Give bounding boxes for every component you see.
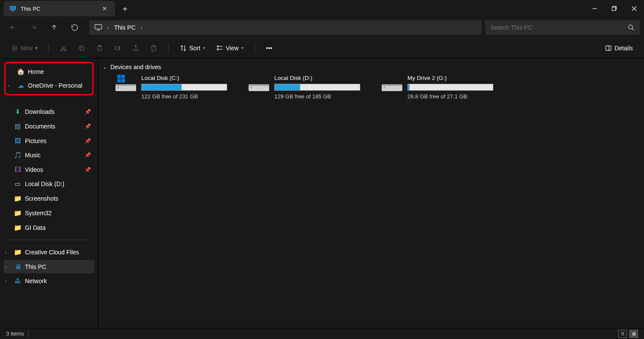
new-button[interactable]: New ▾	[7, 42, 42, 54]
monitor-icon	[9, 5, 16, 12]
folder-icon: 📁	[14, 209, 21, 217]
drive-item[interactable]: My Drive 2 (G:) 26.8 GB free of 27.1 GB	[382, 75, 493, 100]
pin-icon[interactable]: 📌	[85, 109, 91, 115]
svg-rect-5	[612, 7, 616, 11]
chevron-right-icon[interactable]: ›	[107, 24, 109, 31]
pin-icon[interactable]: 📌	[85, 138, 91, 144]
drive-item[interactable]: Local Disk (C:) 122 GB free of 231 GB	[115, 75, 227, 100]
paste-button[interactable]	[92, 42, 107, 54]
view-details-toggle[interactable]: ☰	[618, 330, 627, 338]
sidebar-item-label: Local Disk (D:)	[25, 180, 64, 187]
drives-list: Local Disk (C:) 122 GB free of 231 GB Lo…	[103, 75, 640, 100]
copy-button[interactable]	[74, 42, 89, 54]
plus-circle-icon	[11, 45, 18, 52]
folder-icon: 📁	[14, 195, 21, 202]
sidebar-item-label: Network	[25, 278, 47, 284]
drive-free-text: 26.8 GB free of 27.1 GB	[407, 93, 493, 100]
maximize-button[interactable]	[605, 0, 624, 17]
sort-label: Sort	[189, 45, 200, 52]
sidebar-divider	[6, 240, 92, 240]
view-tiles-toggle[interactable]: ▦	[629, 330, 638, 338]
titlebar: This PC ✕ ＋	[0, 0, 644, 17]
svg-rect-19	[80, 47, 84, 50]
svg-rect-22	[115, 46, 119, 49]
sidebar-item-system32[interactable]: 📁 System32	[3, 206, 94, 220]
details-pane-button[interactable]: Details	[601, 42, 637, 54]
drive-free-text: 129 GB free of 185 GB	[274, 93, 360, 100]
separator	[49, 43, 49, 53]
window-controls	[585, 0, 644, 17]
sidebar-item-home[interactable]: 🏠 Home	[6, 65, 91, 79]
trash-icon	[150, 45, 157, 52]
sidebar-item-label: Downloads	[25, 108, 55, 115]
sidebar-item-gi-data[interactable]: 📁 GI Data	[3, 221, 94, 235]
svg-point-42	[383, 87, 385, 89]
sidebar-item-pictures[interactable]: 🖼 Pictures 📌	[3, 134, 94, 147]
section-title: Devices and drives	[110, 64, 161, 70]
music-icon: 🎵	[14, 151, 21, 159]
chevron-right-icon[interactable]: ›	[5, 250, 7, 255]
chevron-right-icon[interactable]: ›	[8, 83, 10, 88]
share-icon	[132, 45, 139, 52]
sidebar-item-videos[interactable]: 🎞 Videos 📌	[3, 163, 94, 176]
svg-rect-25	[217, 46, 219, 47]
sort-button[interactable]: Sort ▾	[176, 42, 210, 54]
pin-icon[interactable]: 📌	[85, 152, 91, 158]
main-content: ⌄ Devices and drives Local Disk (C:) 122…	[98, 58, 644, 328]
search-box[interactable]	[485, 20, 640, 35]
share-button[interactable]	[128, 42, 143, 54]
minimize-button[interactable]	[585, 0, 605, 17]
pin-icon[interactable]: 📌	[85, 123, 91, 129]
sidebar-item-network[interactable]: › 🖧 Network	[3, 274, 94, 287]
sidebar-item-label: Music	[25, 152, 41, 159]
section-header[interactable]: ⌄ Devices and drives	[103, 64, 640, 70]
delete-button[interactable]	[146, 42, 161, 54]
separator	[255, 43, 255, 53]
sidebar-item-label: Screenshots	[25, 195, 58, 202]
sidebar-item-local-disk-d[interactable]: ▭ Local Disk (D:)	[3, 177, 94, 191]
drive-free-text: 122 GB free of 231 GB	[141, 93, 227, 100]
folder-icon: 📁	[14, 224, 21, 232]
status-items: 3 items	[6, 330, 24, 337]
pin-icon[interactable]: 📌	[85, 167, 91, 173]
copy-icon	[78, 45, 85, 52]
back-button[interactable]	[4, 20, 21, 35]
sidebar-item-music[interactable]: 🎵 Music 📌	[3, 148, 94, 162]
rename-icon	[114, 45, 121, 52]
cut-button[interactable]	[56, 42, 71, 54]
search-icon[interactable]	[628, 24, 635, 31]
rename-button[interactable]	[110, 42, 125, 54]
sidebar-item-label: Documents	[25, 123, 55, 130]
chevron-right-icon[interactable]: ›	[5, 264, 7, 269]
drive-name: Local Disk (D:)	[274, 75, 360, 81]
svg-rect-1	[10, 6, 15, 9]
refresh-button[interactable]	[66, 20, 83, 35]
new-label: New	[21, 45, 33, 52]
sidebar-item-documents[interactable]: ▤ Documents 📌	[3, 119, 94, 133]
forward-button[interactable]	[25, 20, 42, 35]
drive-item[interactable]: Local Disk (D:) 129 GB free of 185 GB	[249, 75, 360, 100]
ellipsis-icon: •••	[266, 45, 273, 52]
new-tab-button[interactable]: ＋	[121, 3, 129, 14]
up-button[interactable]	[46, 20, 63, 35]
close-tab-icon[interactable]: ✕	[100, 3, 109, 14]
sidebar-item-downloads[interactable]: ⬇ Downloads 📌	[3, 105, 94, 119]
pc-icon	[94, 24, 102, 31]
svg-rect-35	[115, 84, 136, 86]
breadcrumb-segment[interactable]: This PC	[114, 24, 136, 31]
more-button[interactable]: •••	[262, 42, 277, 54]
chevron-down-icon[interactable]: ⌄	[103, 64, 107, 70]
close-window-button[interactable]	[624, 0, 644, 17]
chevron-right-icon[interactable]: ›	[5, 278, 7, 284]
sidebar-item-this-pc[interactable]: › 🖥 This PC	[3, 260, 94, 273]
view-button[interactable]: View ▾	[212, 42, 248, 54]
search-input[interactable]	[490, 24, 623, 31]
sidebar-item-screenshots[interactable]: 📁 Screenshots	[3, 192, 94, 205]
chevron-right-icon[interactable]: ›	[141, 24, 143, 31]
tab-this-pc[interactable]: This PC ✕	[3, 1, 115, 16]
sidebar-item-onedrive[interactable]: › ☁ OneDrive - Personal	[6, 79, 91, 92]
folder-icon: 📁	[14, 248, 21, 256]
sidebar-item-creative-cloud[interactable]: › 📁 Creative Cloud Files	[3, 245, 94, 259]
drive-icon	[115, 75, 136, 92]
address-bar[interactable]: › This PC ›	[89, 20, 482, 35]
